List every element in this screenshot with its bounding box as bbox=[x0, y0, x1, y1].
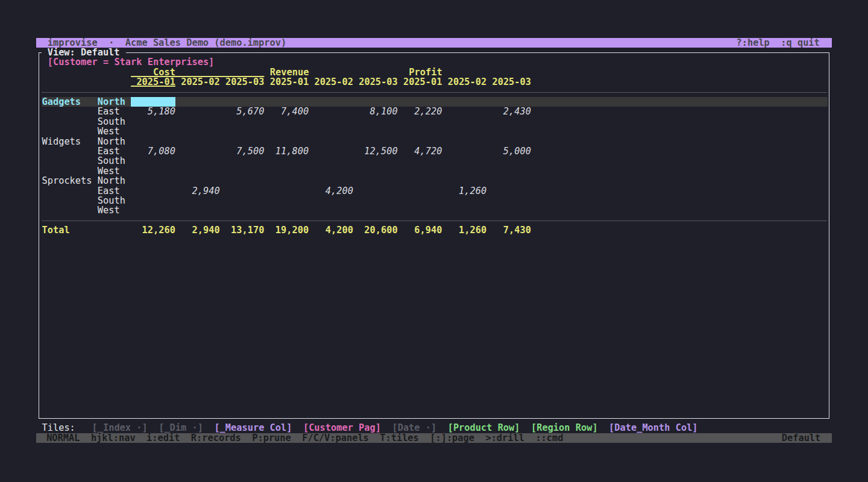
separator-line bbox=[42, 221, 827, 221]
tiles-gap bbox=[436, 422, 447, 433]
filter-chip: [Customer = Stark Enterprises] bbox=[48, 57, 215, 67]
row-label-region[interactable]: North bbox=[98, 176, 125, 186]
tile-customerpag[interactable]: [Customer Pag] bbox=[303, 422, 381, 433]
month-header-selected: 2025-01 bbox=[131, 77, 175, 87]
tile-index[interactable]: [_Index ·] bbox=[92, 422, 148, 433]
tiles-gap bbox=[520, 422, 531, 433]
status-hints: NORMAL hjkl:nav i:edit R:records P:prune… bbox=[36, 433, 564, 443]
tile-dim[interactable]: [_Dim ·] bbox=[159, 422, 203, 433]
row-label-product[interactable]: Gadgets bbox=[42, 97, 81, 107]
month-headers: 2025-02 2025-03 2025-01 2025-02 2025-03 … bbox=[175, 77, 531, 87]
measure-group-headers: Revenue Profit bbox=[265, 67, 442, 77]
tiles-row: Tiles: [_Index ·] [_Dim ·] [_Measure Col… bbox=[36, 423, 697, 433]
row-label-region[interactable]: West bbox=[98, 166, 120, 176]
row-values[interactable]: 2,940 4,200 1,260 bbox=[131, 186, 531, 196]
title-bar-hints: ?:help :q quit bbox=[737, 38, 820, 48]
total-label: Total bbox=[42, 225, 70, 235]
view-title: View: Default bbox=[48, 48, 120, 57]
row-label-region[interactable]: East bbox=[98, 186, 120, 196]
selected-cell[interactable] bbox=[131, 97, 175, 107]
tiles-gap bbox=[148, 422, 159, 433]
measure-group-header-selected: Cost bbox=[131, 67, 264, 77]
row-values[interactable]: 7,080 7,500 11,800 12,500 4,720 5,000 bbox=[131, 146, 531, 156]
tiles-gap bbox=[292, 422, 303, 433]
row-label-region[interactable]: North bbox=[98, 137, 125, 146]
row-label-region[interactable]: North bbox=[98, 97, 125, 107]
row-label-region[interactable]: West bbox=[98, 205, 120, 215]
tiles-gap bbox=[598, 422, 609, 433]
total-values: 12,260 2,940 13,170 19,200 4,200 20,600 … bbox=[131, 225, 531, 235]
row-label-region[interactable]: East bbox=[98, 146, 120, 156]
row-label-region[interactable]: East bbox=[98, 107, 120, 116]
separator-line bbox=[42, 92, 827, 93]
title-bar-left: improvise · Acme Sales Demo (demo.improv… bbox=[36, 37, 286, 48]
tiles-label: Tiles: bbox=[36, 422, 92, 433]
row-label-product[interactable]: Widgets bbox=[42, 137, 81, 146]
tile-date[interactable]: [Date ·] bbox=[392, 422, 436, 433]
tile-measurecol[interactable]: [_Measure Col] bbox=[214, 422, 292, 433]
row-label-region[interactable]: West bbox=[98, 127, 120, 136]
row-label-region[interactable]: South bbox=[98, 117, 125, 127]
terminal-screen: improvise · Acme Sales Demo (demo.improv… bbox=[36, 38, 832, 443]
tile-datemonthcol[interactable]: [Date_Month Col] bbox=[609, 422, 698, 433]
title-bar: improvise · Acme Sales Demo (demo.improv… bbox=[36, 38, 832, 48]
row-values[interactable]: 5,180 5,670 7,400 8,100 2,220 2,430 bbox=[131, 107, 531, 116]
row-label-region[interactable]: South bbox=[98, 156, 125, 166]
tile-regionrow[interactable]: [Region Row] bbox=[531, 422, 598, 433]
tiles-gap bbox=[381, 422, 392, 433]
status-view-name: Default bbox=[782, 433, 821, 443]
row-label-product[interactable]: Sprockets bbox=[42, 176, 92, 186]
tiles-gap bbox=[203, 422, 214, 433]
tile-productrow[interactable]: [Product Row] bbox=[448, 422, 520, 433]
status-bar: NORMAL hjkl:nav i:edit R:records P:prune… bbox=[36, 433, 832, 443]
row-label-region[interactable]: South bbox=[98, 196, 125, 205]
